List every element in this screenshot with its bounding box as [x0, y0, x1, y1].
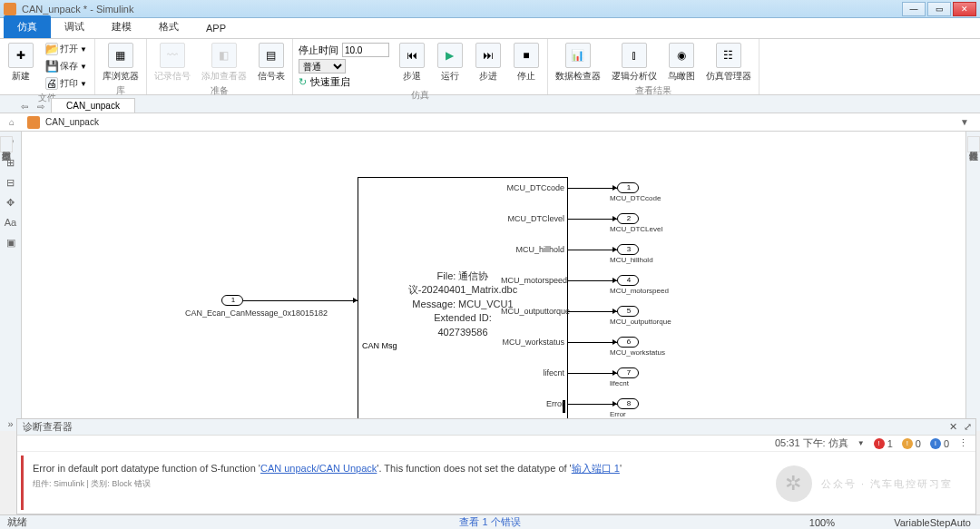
save-button[interactable]: 💾保存▼ [44, 58, 89, 74]
breadcrumb[interactable]: CAN_unpack [45, 117, 99, 127]
outport-block[interactable]: 6 [617, 337, 639, 348]
signal-label: MCU_outputtorque [501, 307, 564, 316]
outport-label: MCU_outputtorque [610, 318, 671, 326]
sim-manager-button[interactable]: ☷仿真管理器 [704, 41, 753, 84]
add-viewer-button[interactable]: ◧添加查看器 [200, 41, 249, 84]
signal-label: MCU_workstatus [501, 338, 564, 347]
breadcrumb-bar: ⌂ CAN_unpack ▼ [0, 113, 980, 132]
status-errors-link[interactable]: 查看 1 个错误 [459, 515, 520, 529]
inport-block[interactable]: 1 [221, 295, 243, 306]
diag-link-block[interactable]: CAN unpack/CAN Unpack [260, 463, 377, 474]
outport-block[interactable]: 5 [617, 306, 639, 317]
step-forward-button[interactable]: ⏭步进 [473, 41, 504, 84]
wire [568, 342, 617, 343]
tab-debug[interactable]: 调试 [51, 15, 98, 38]
sim-mode-select[interactable]: 普通 [299, 59, 346, 73]
diag-link-port[interactable]: 输入端口 1 [572, 463, 620, 474]
outport-block[interactable]: 3 [617, 244, 639, 255]
zoom-out-icon[interactable]: ⊟ [4, 175, 18, 190]
document-tab[interactable]: CAN_unpack [51, 98, 135, 113]
run-button[interactable]: ▶运行 [435, 41, 466, 84]
tab-format[interactable]: 格式 [145, 15, 192, 38]
nav-back-icon[interactable]: ⇦ [18, 100, 31, 113]
group-lib-label: 库 [101, 84, 141, 98]
model-hierarchy-icon[interactable]: ⌂ [5, 116, 18, 129]
wire [568, 250, 617, 250]
nav-fwd-icon[interactable]: ⇨ [34, 100, 47, 113]
signal-label: MCU_motorspeed [501, 276, 564, 285]
diagnostic-menu-icon[interactable]: ⋮ [958, 437, 968, 449]
wire [568, 219, 617, 220]
outport-block[interactable]: 7 [617, 367, 639, 378]
status-ready: 就绪 [7, 515, 27, 529]
error-count: 1 [887, 438, 893, 449]
status-bar: 就绪 查看 1 个错误 100% VariableStepAuto [0, 514, 980, 529]
wire [243, 300, 358, 301]
ribbon: ✚新建 📂打开▼ 💾保存▼ 🖨打印▼ 文件 ▦库浏览器 库 〰记录信号 ◧添加查… [0, 39, 980, 95]
status-zoom[interactable]: 100% [809, 517, 835, 528]
outport-label: MCU_DTCcode [610, 194, 661, 202]
info-count: 0 [944, 438, 949, 449]
workspace: ⤢ ⊞ ⊟ ✥ Aa ▣ » 1 CAN_Ecan_CanMessage_0x1… [0, 132, 980, 431]
logic-analyzer-button[interactable]: ⫿逻辑分析仪 [610, 41, 659, 84]
minimize-button[interactable]: — [902, 2, 926, 16]
signal-label: MCU_DTClevel [501, 214, 564, 223]
close-button[interactable]: ✕ [953, 2, 976, 16]
app-icon [4, 3, 16, 15]
inport-label: CAN_Ecan_CanMessage_0x18015182 [185, 309, 328, 318]
open-button[interactable]: 📂打开▼ [44, 41, 89, 57]
diagnostic-undock-icon[interactable]: ⤢ [964, 421, 972, 433]
outport-block[interactable]: 1 [617, 182, 639, 193]
fast-restart-button[interactable]: ↻快速重启 [299, 75, 389, 89]
stoptime-label: 停止时间 [299, 44, 338, 57]
outport-label: MCU_hillhold [610, 256, 653, 264]
wire [568, 280, 617, 281]
outport-block[interactable]: 8 [617, 398, 639, 409]
canvas-toolbar: ⤢ ⊞ ⊟ ✥ Aa ▣ » [0, 132, 22, 431]
diagnostic-close-icon[interactable]: ✕ [949, 421, 957, 433]
signal-table-button[interactable]: ▤信号表 [256, 41, 287, 84]
step-back-button[interactable]: ⏮步退 [397, 41, 427, 84]
wire [568, 188, 617, 189]
outport-label: lifecnt [610, 379, 629, 387]
tab-simulation[interactable]: 仿真 [4, 15, 51, 38]
log-signals-button[interactable]: 〰记录信号 [152, 41, 192, 84]
model-browser-tab[interactable]: 模型浏览器 [0, 136, 13, 152]
outport-label: MCU_DTCLevel [610, 225, 662, 233]
zoom-in-icon[interactable]: ⊞ [4, 155, 18, 170]
annotate-icon[interactable]: Aa [4, 215, 18, 230]
window-title: CAN_unpack * - Simulink [22, 4, 902, 15]
outport-block[interactable]: 2 [617, 213, 639, 224]
breadcrumb-dropdown-icon[interactable]: ▼ [958, 116, 971, 129]
tab-app[interactable]: APP [192, 18, 240, 38]
outport-label: MCU_motorspeed [610, 287, 669, 295]
canvas[interactable]: 1 CAN_Ecan_CanMessage_0x18015182 CAN Msg… [22, 132, 965, 431]
outport-label: Error [610, 410, 626, 418]
block-input-label: CAN Msg [362, 341, 397, 350]
data-inspector-button[interactable]: 📊数据检查器 [554, 41, 603, 84]
group-review-label: 查看结果 [554, 84, 753, 98]
image-icon[interactable]: ▣ [4, 235, 18, 250]
new-button[interactable]: ✚新建 [5, 41, 36, 84]
stoptime-input[interactable] [342, 43, 389, 57]
print-button[interactable]: 🖨打印▼ [44, 75, 89, 92]
diagnostic-title: 诊断查看器 [23, 420, 73, 434]
wire [568, 404, 617, 405]
pan-icon[interactable]: ✥ [4, 195, 18, 210]
library-browser-button[interactable]: ▦库浏览器 [101, 41, 141, 84]
maximize-button[interactable]: ▭ [927, 2, 951, 16]
group-sim-label: 仿真 [299, 89, 542, 103]
diagnostic-meta: 组件: Simulink | 类别: Block 错误 [33, 477, 963, 490]
ribbon-tabs: 仿真 调试 建模 格式 APP [0, 18, 980, 39]
warn-count: 0 [916, 438, 921, 449]
stop-button[interactable]: ■停止 [511, 41, 542, 84]
signal-label: Error [501, 399, 564, 408]
diagnostic-viewer: 诊断查看器 ⤢ ✕ 05:31 下午: 仿真 ▼ !1 !0 i0 ⋮ Erro… [16, 418, 976, 514]
birds-eye-button[interactable]: ◉鸟瞰图 [666, 41, 697, 84]
wire [568, 373, 617, 374]
signal-label: MCU_DTCcode [501, 183, 564, 192]
property-inspector-tab[interactable]: 属性检查器 [967, 136, 980, 152]
outport-block[interactable]: 4 [617, 275, 639, 286]
tab-modeling[interactable]: 建模 [98, 15, 145, 38]
status-solver[interactable]: VariableStepAuto [894, 517, 971, 528]
